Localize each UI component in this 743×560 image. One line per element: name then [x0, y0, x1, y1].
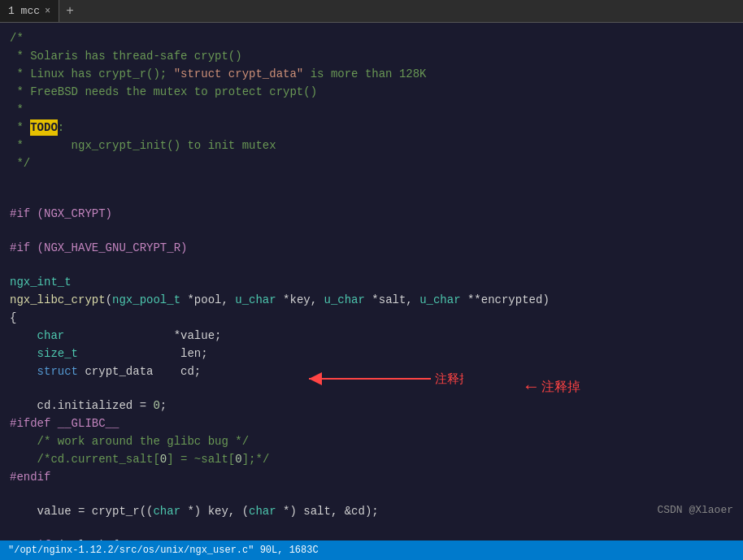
- annotation-label: 注释掉: [541, 379, 580, 396]
- tab-mcc[interactable]: 1 mcc ×: [0, 0, 59, 22]
- code-line: * Linux has crypt_r(); "struct crypt_dat…: [10, 65, 743, 83]
- editor-area: /* * Solaris has thread-safe crypt() * L…: [0, 23, 743, 540]
- code-line: /*: [10, 29, 743, 47]
- annotation-arrow: ← 注释掉: [526, 377, 580, 397]
- code-line: [10, 486, 743, 502]
- code-line: *: [10, 101, 743, 119]
- code-line: * Solaris has thread-safe crypt(): [10, 47, 743, 65]
- code-line: char *value;: [10, 327, 743, 345]
- watermark: CSDN @Xlaoer: [657, 504, 733, 516]
- code-line: [10, 257, 743, 273]
- code-line: value = crypt_r((char *) key, (char *) s…: [10, 502, 743, 520]
- code-line: [10, 223, 743, 239]
- arrow-icon: ←: [526, 377, 537, 397]
- code-line: size_t len;: [10, 345, 743, 362]
- code-line: */: [10, 154, 743, 172]
- code-line: * TODO:: [10, 119, 743, 137]
- code-line: {: [10, 309, 743, 327]
- tab-bar: 1 mcc × +: [0, 0, 743, 23]
- code-line: [10, 189, 743, 205]
- code-line: [10, 172, 743, 189]
- code-line: /* work around the glibc bug */: [10, 432, 743, 450]
- code-line: ngx_int_t: [10, 273, 743, 291]
- code-line: #endif: [10, 468, 743, 486]
- code-line: cd.initialized = 0;: [10, 397, 743, 415]
- status-file-info: "/opt/nginx-1.12.2/src/os/unix/ngx_user.…: [8, 545, 319, 556]
- tab-add-button[interactable]: +: [59, 0, 80, 23]
- code-line: [10, 520, 743, 536]
- code-line: * FreeBSD needs the mutex to protect cry…: [10, 83, 743, 101]
- code-line: #if (NGX_HAVE_GNU_CRYPT_R): [10, 239, 743, 257]
- tab-label: 1 mcc: [8, 5, 40, 17]
- arrow-label: 注释掉: [435, 372, 463, 385]
- annotation-svg: 注释掉: [301, 362, 463, 395]
- code-line: * ngx_crypt_init() to init mutex: [10, 137, 743, 154]
- status-bar: "/opt/nginx-1.12.2/src/os/unix/ngx_user.…: [0, 540, 743, 560]
- code-line: #if (NGX_CRYPT): [10, 205, 743, 223]
- code-line: /*cd.current_salt[0] = ~salt[0];*/: [10, 450, 743, 468]
- code-line: ngx_libc_crypt(ngx_pool_t *pool, u_char …: [10, 291, 743, 309]
- code-line: #ifdef __GLIBC__: [10, 415, 743, 432]
- tab-close-button[interactable]: ×: [45, 6, 50, 17]
- code-content: /* * Solaris has thread-safe crypt() * L…: [0, 29, 743, 540]
